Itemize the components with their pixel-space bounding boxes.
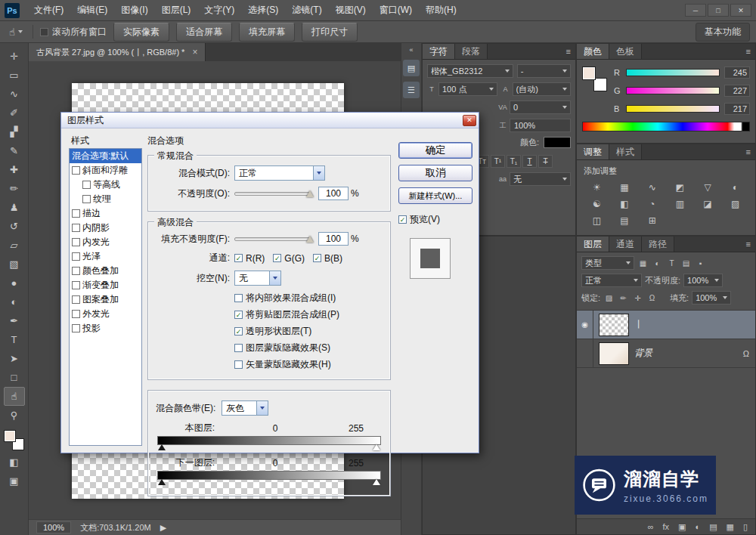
- opacity-slider-thumb[interactable]: [306, 190, 314, 197]
- dialog-titlebar[interactable]: 图层样式 ✕: [61, 113, 479, 128]
- white-marker[interactable]: [373, 479, 380, 485]
- vector-mask-hides-option[interactable]: 矢量蒙版隐藏效果(H): [234, 358, 383, 371]
- blue-value-field[interactable]: 217: [724, 103, 750, 115]
- black-marker[interactable]: [158, 444, 166, 450]
- current-tool-indicator[interactable]: ☝: [6, 26, 26, 38]
- menu-select[interactable]: 选择(S): [241, 0, 285, 20]
- blend-clipped-checkbox[interactable]: ✓: [234, 311, 243, 319]
- style-item-contour[interactable]: 等高线: [70, 178, 141, 192]
- style-item-gradient-overlay[interactable]: 渐变叠加: [70, 278, 141, 292]
- superscript-button[interactable]: T¹: [491, 155, 505, 168]
- layer-mask-hides-checkbox[interactable]: [234, 344, 243, 352]
- selective-color-icon[interactable]: ⊞: [639, 214, 665, 227]
- eyedropper-tool[interactable]: ✎: [4, 141, 25, 160]
- horizontal-scale-field[interactable]: 100%: [510, 119, 571, 132]
- tab-channels[interactable]: 通道: [609, 237, 642, 252]
- style-item-inner-glow[interactable]: 内发光: [70, 235, 141, 249]
- foreground-color-swatch[interactable]: [582, 66, 596, 80]
- screen-mode-button[interactable]: ▣: [4, 472, 25, 490]
- color-balance-icon[interactable]: ☯: [584, 197, 610, 211]
- document-tab[interactable]: 古风背景 27.jpg @ 100% (丨, RGB/8#) * ×: [29, 43, 206, 61]
- pen-tool[interactable]: ✒: [4, 311, 25, 330]
- new-group-icon[interactable]: ▤: [709, 522, 717, 532]
- this-layer-gradient-slider[interactable]: [157, 436, 381, 445]
- tab-paragraph[interactable]: 段落: [455, 44, 488, 59]
- fill-screen-button[interactable]: 填充屏幕: [239, 23, 295, 42]
- opacity-field[interactable]: 100: [318, 187, 349, 200]
- new-layer-icon[interactable]: ▦: [727, 522, 734, 532]
- new-adjustment-layer-icon[interactable]: ◐: [695, 522, 700, 531]
- layer-name[interactable]: 背景: [634, 347, 652, 360]
- history-brush-tool[interactable]: ↺: [4, 217, 25, 236]
- channel-r-checkbox[interactable]: ✓: [234, 254, 243, 262]
- preview-checkbox[interactable]: ✓: [398, 215, 407, 224]
- history-panel-icon[interactable]: ▤: [403, 60, 420, 76]
- expand-panels-icon[interactable]: «: [409, 43, 413, 54]
- fill-opacity-slider-thumb[interactable]: [306, 236, 314, 243]
- levels-icon[interactable]: ▦: [612, 181, 638, 194]
- blur-tool[interactable]: ●: [4, 274, 25, 292]
- style-checkbox[interactable]: [72, 209, 80, 218]
- crop-tool[interactable]: ▞: [4, 122, 25, 141]
- blue-slider[interactable]: [626, 105, 720, 113]
- tracking-select[interactable]: 0: [510, 101, 571, 114]
- lock-all-icon[interactable]: Ω: [646, 294, 658, 302]
- blend-clipped-option[interactable]: ✓ 将剪贴图层混合成组(P): [234, 308, 383, 321]
- font-family-select[interactable]: 楷体_GB2312: [427, 64, 513, 78]
- blend-interior-checkbox[interactable]: [234, 294, 243, 302]
- blend-interior-option[interactable]: 将内部效果混合成组(I): [234, 292, 383, 305]
- maximize-button[interactable]: □: [708, 4, 729, 17]
- leading-select[interactable]: (自动): [513, 82, 572, 96]
- style-checkbox[interactable]: [82, 181, 91, 189]
- type-tool[interactable]: T: [4, 330, 25, 349]
- ok-button[interactable]: 确定: [398, 142, 472, 159]
- threshold-icon[interactable]: ◫: [584, 214, 610, 227]
- panel-menu-icon[interactable]: ≡: [742, 144, 755, 159]
- style-item-outer-glow[interactable]: 外发光: [70, 307, 141, 321]
- minimize-button[interactable]: ─: [685, 4, 706, 17]
- tab-swatches[interactable]: 色板: [609, 44, 642, 59]
- layer-row-text[interactable]: ◉ 丨: [577, 311, 755, 339]
- filter-pixel-layers-icon[interactable]: ▦: [637, 259, 649, 268]
- tab-paths[interactable]: 路径: [642, 237, 674, 252]
- style-checkbox[interactable]: [72, 295, 80, 304]
- menu-window[interactable]: 窗口(W): [373, 0, 419, 20]
- zoom-level-field[interactable]: 100%: [36, 521, 71, 533]
- panel-menu-icon[interactable]: ≡: [742, 44, 755, 59]
- layer-fill-select[interactable]: 100%: [692, 291, 731, 305]
- filter-group-layers-icon[interactable]: ▤: [680, 259, 692, 268]
- shape-tool[interactable]: □: [4, 368, 25, 387]
- rectangular-marquee-tool[interactable]: ▭: [4, 66, 25, 85]
- black-white-icon[interactable]: ◧: [612, 197, 638, 211]
- photo-filter-icon[interactable]: ◔: [639, 197, 665, 211]
- layer-visibility-toggle[interactable]: ◉: [577, 311, 593, 339]
- brightness-contrast-icon[interactable]: ☀: [584, 181, 610, 194]
- underline-button[interactable]: T: [522, 155, 537, 168]
- path-selection-tool[interactable]: ➤: [4, 349, 25, 368]
- black-marker[interactable]: [158, 479, 166, 485]
- lock-pixels-icon[interactable]: ✏: [618, 294, 629, 302]
- layer-blend-mode-select[interactable]: 正常: [581, 274, 642, 287]
- dodge-tool[interactable]: ◐: [4, 292, 25, 311]
- layer-row-background[interactable]: 背景 Ω: [577, 339, 755, 368]
- gradient-tool[interactable]: ▧: [4, 255, 25, 274]
- font-size-select[interactable]: 100 点: [438, 82, 497, 96]
- print-size-button[interactable]: 打印尺寸: [302, 23, 358, 42]
- workspace-switcher-button[interactable]: 基本功能: [696, 23, 750, 42]
- style-checkbox[interactable]: [72, 166, 80, 175]
- posterize-icon[interactable]: ▨: [722, 197, 748, 211]
- zoom-tool[interactable]: ⚲: [4, 406, 25, 425]
- style-item-bevel-emboss[interactable]: 斜面和浮雕: [70, 163, 141, 178]
- transparency-shapes-option[interactable]: ✓ 透明形状图层(T): [234, 325, 383, 338]
- fill-opacity-slider[interactable]: [234, 237, 311, 241]
- style-checkbox[interactable]: [72, 238, 80, 246]
- brush-tool[interactable]: ✏: [4, 179, 25, 198]
- menu-filter[interactable]: 滤镜(T): [285, 0, 328, 20]
- menu-file[interactable]: 文件(F): [27, 0, 70, 20]
- channel-g-option[interactable]: ✓ G(G): [273, 253, 305, 264]
- tab-layers[interactable]: 图层: [577, 237, 609, 252]
- exposure-icon[interactable]: ◩: [667, 181, 693, 194]
- status-expand-icon[interactable]: ▶: [160, 523, 166, 533]
- transparency-shapes-checkbox[interactable]: ✓: [234, 327, 243, 336]
- channel-mixer-icon[interactable]: ▥: [667, 197, 693, 211]
